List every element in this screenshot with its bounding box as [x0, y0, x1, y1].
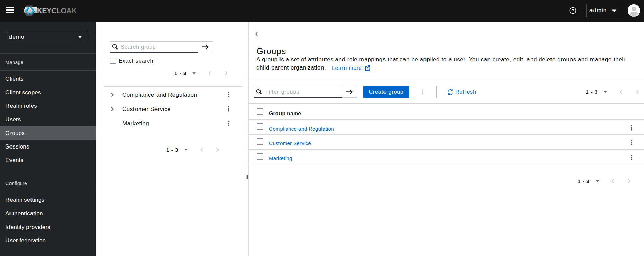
- svg-text:?: ?: [572, 8, 574, 13]
- svg-text:KEYCLOAK: KEYCLOAK: [37, 7, 76, 15]
